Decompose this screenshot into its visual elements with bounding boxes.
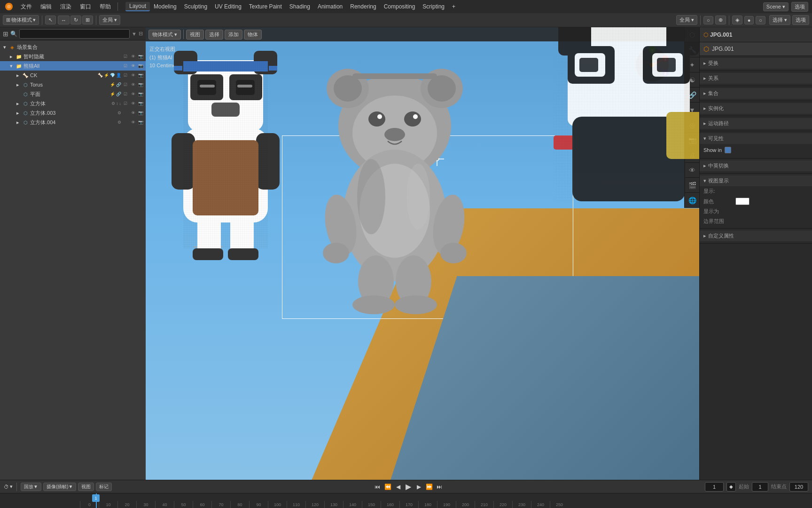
scene-dropdown[interactable]: Scene ▾ xyxy=(763,2,789,11)
c4-visibility[interactable] xyxy=(122,119,129,126)
overlay-btn[interactable]: ◈ xyxy=(732,16,742,24)
tab-scripting[interactable]: Scripting xyxy=(419,2,448,11)
global-orient-dropdown[interactable]: 全局 ▾ xyxy=(676,15,697,25)
tab-texture-paint[interactable]: Texture Paint xyxy=(245,2,286,11)
visibility-checkbox[interactable]: ☑ xyxy=(122,53,129,60)
tab-rendering[interactable]: Rendering xyxy=(346,2,380,11)
show-in-checkbox[interactable] xyxy=(725,147,731,153)
menu-render[interactable]: 渲染 xyxy=(56,2,75,12)
section-lang-header[interactable]: ▸ 中英切换 xyxy=(700,160,812,171)
transform-tools[interactable]: ↔ ↻ ⊞ xyxy=(58,16,93,24)
tab-compositing[interactable]: Compositing xyxy=(380,2,419,11)
tab-shading[interactable]: Shading xyxy=(286,2,314,11)
render-toggle[interactable]: 📷 xyxy=(137,53,144,60)
menu-edit[interactable]: 编辑 xyxy=(37,2,55,12)
ck-render[interactable]: 📷 xyxy=(137,72,144,79)
vp-mode-dropdown[interactable]: 物体模式 ▾ xyxy=(148,30,181,40)
ck-hide[interactable]: 👁 xyxy=(130,72,136,79)
section-relations-header[interactable]: ▸ 关系 xyxy=(700,73,812,84)
end-frame-input[interactable]: 120 xyxy=(789,482,808,492)
section-transform-header[interactable]: ▸ 受换 xyxy=(700,58,812,69)
jump-start-btn[interactable]: ⏮ xyxy=(373,482,382,492)
outliner-item-ck[interactable]: ▸ 🦴 CK 🦴 ⚡ 💎 👤 ☑ 👁 📷 xyxy=(0,71,146,80)
tl-mark-btn[interactable]: 标记 xyxy=(96,483,112,491)
outliner-search-input[interactable] xyxy=(19,29,130,39)
outliner-options[interactable]: ⊟ xyxy=(139,31,143,37)
ck-visibility[interactable]: ☑ xyxy=(122,72,129,79)
section-custom-header[interactable]: ▸ 自定义属性 xyxy=(700,230,812,241)
tab-sculpting[interactable]: Sculpting xyxy=(180,2,211,11)
start-frame-input[interactable]: 1 xyxy=(752,482,768,492)
rotate-tool[interactable]: ↻ xyxy=(70,16,81,24)
torus-hide[interactable]: 👁 xyxy=(130,81,136,88)
section-collection-header[interactable]: ▸ 集合 xyxy=(700,88,812,99)
menu-help[interactable]: 帮助 xyxy=(96,2,115,12)
section-instancing-header[interactable]: ▸ 实例化 xyxy=(700,103,812,114)
scale-tool[interactable]: ⊞ xyxy=(82,16,93,24)
hide-toggle-2[interactable]: 👁 xyxy=(130,63,136,69)
outliner-item-scene[interactable]: ▾ ◈ 场景集合 xyxy=(0,42,146,52)
tab-layout[interactable]: Layout xyxy=(125,2,150,11)
current-frame-input[interactable]: 1 xyxy=(705,482,724,492)
vp-object-btn[interactable]: 物体 xyxy=(244,30,262,40)
outliner-item-temphide[interactable]: ▸ 📁 暂时隐藏 ☑ 👁 📷 xyxy=(0,52,146,61)
hide-toggle[interactable]: 👁 xyxy=(130,53,136,60)
torus-render[interactable]: 📷 xyxy=(137,81,144,88)
outliner-search-icon[interactable]: 🔍 xyxy=(10,31,17,37)
timeline-type-btn[interactable]: ⏱ ▾ xyxy=(4,484,13,490)
outliner-item-torus[interactable]: ▸ ⬡ Torus ⚡ 🔗 ☑ 👁 📷 xyxy=(0,80,146,89)
outliner-item-plane[interactable]: ⬡ 平面 ⚡ 🔗 ☑ 👁 📷 xyxy=(0,89,146,99)
step-back-btn[interactable]: ◀ xyxy=(393,482,403,492)
section-motion-header[interactable]: ▸ 运动路径 xyxy=(700,118,812,129)
tab-modeling[interactable]: Modeling xyxy=(150,2,180,11)
tab-add[interactable]: + xyxy=(448,2,459,11)
outliner-item-cube003[interactable]: ▸ ⬡ 立方体.003 ⚙ 👁 📷 xyxy=(0,108,146,118)
filter-icon[interactable]: ▼ xyxy=(132,31,137,37)
snapping-btn[interactable]: ⊕ xyxy=(715,16,726,24)
vp-view-btn[interactable]: 视图 xyxy=(186,30,204,40)
c4-render[interactable]: 📷 xyxy=(137,119,144,126)
editor-type-btn[interactable]: ⊞ 物体模式 ▾ xyxy=(3,15,39,25)
section-view-header[interactable]: ▾ 视图显示 xyxy=(700,175,812,186)
plane-visibility[interactable]: ☑ xyxy=(122,91,129,97)
tab-uv-editing[interactable]: UV Editing xyxy=(211,2,245,11)
section-visibility-header[interactable]: ▾ 可见性 xyxy=(700,133,812,144)
plane-hide[interactable]: 👁 xyxy=(130,91,136,97)
fps-dropdown[interactable]: 国放▼ xyxy=(21,483,41,491)
global-dropdown[interactable]: 全局 ▾ xyxy=(99,15,120,25)
outliner-item-cube004[interactable]: ▸ ⬡ 立方体.004 ⚙ 👁 📷 xyxy=(0,118,146,127)
vp-select-btn[interactable]: 选择 xyxy=(205,30,223,40)
viewport-3d[interactable]: 物体模式 ▾ 视图 选择 添加 物体 正交右视图 (1) 熊猫AI | JPG.… xyxy=(146,27,699,480)
cube-render[interactable]: 📷 xyxy=(137,100,144,107)
render-engine-btn[interactable]: 选项 xyxy=(791,2,808,12)
outliner-item-xiongmao[interactable]: ▾ 📁 熊猫All ☑ 👁 📷 xyxy=(0,61,146,71)
menu-file[interactable]: 文件 xyxy=(17,2,36,12)
capture-dropdown[interactable]: 摄像(插帧)▼ xyxy=(43,483,77,491)
timeline-track[interactable]: 0102030405060708090100110120130140150160… xyxy=(0,493,812,508)
select-mode[interactable]: 选择 ▾ xyxy=(769,15,790,25)
outliner-type-icon[interactable]: ⊞ xyxy=(3,30,8,38)
outliner-item-cube[interactable]: ▸ ⬡ 立方体 ⚙ ↕ ↓ ☑ 👁 📷 xyxy=(0,99,146,108)
step-fwd-btn[interactable]: ▶ xyxy=(414,482,423,492)
vp-add-btn[interactable]: 添加 xyxy=(225,30,242,40)
cube-visibility[interactable]: ☑ xyxy=(122,100,129,107)
c3-render[interactable]: 📷 xyxy=(137,110,144,116)
select-tool[interactable]: ↖ xyxy=(45,16,56,24)
menu-window[interactable]: 窗口 xyxy=(76,2,95,12)
keyframe-indicator[interactable]: ◆ xyxy=(726,482,736,492)
viewport-shading[interactable]: ○ xyxy=(756,16,765,24)
render-toggle-2[interactable]: 📷 xyxy=(137,63,144,69)
visibility-checkbox-2[interactable]: ☑ xyxy=(122,63,129,69)
tl-view-btn[interactable]: 视图 xyxy=(78,483,94,491)
plane-render[interactable]: 📷 xyxy=(137,91,144,97)
tab-animation[interactable]: Animation xyxy=(314,2,346,11)
color-swatch[interactable] xyxy=(735,198,750,205)
prev-keyframe-btn[interactable]: ⏪ xyxy=(383,482,392,492)
torus-visibility[interactable]: ☑ xyxy=(122,81,129,88)
c4-hide[interactable]: 👁 xyxy=(130,119,136,126)
c3-visibility[interactable] xyxy=(122,110,129,116)
proportional-edit[interactable]: ○ xyxy=(703,16,713,24)
cube-hide[interactable]: 👁 xyxy=(130,100,136,107)
play-btn[interactable]: ▶ xyxy=(404,482,413,492)
shading-mode[interactable]: ● xyxy=(744,16,754,24)
